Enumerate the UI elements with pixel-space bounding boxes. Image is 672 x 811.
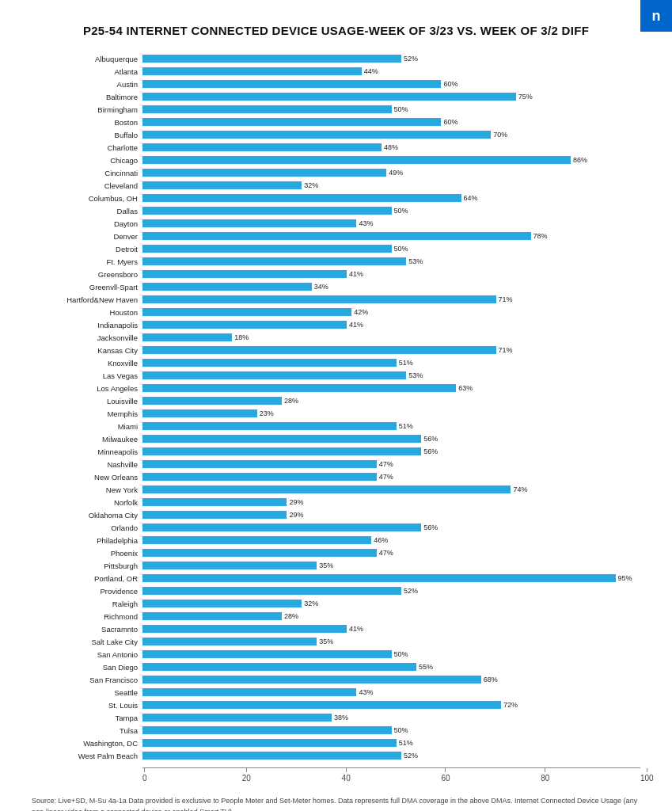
bar [142,308,351,316]
bar-container: 48% [142,143,640,151]
bar-row: Sacramnto41% [32,623,640,634]
city-label: Kansas City [32,346,142,355]
city-label: Nashville [32,460,142,469]
x-tick: 80 [541,768,549,782]
bar [142,447,421,455]
bar [142,524,421,531]
bar-value-label: 56% [423,447,438,455]
bar-value-label: 53% [408,257,423,265]
bar [142,295,496,303]
bar-value-label: 52% [404,55,418,63]
bar-container: 23% [142,409,640,417]
bar [142,688,356,696]
bar-container: 86% [142,156,640,164]
bar [142,181,302,189]
bar-container: 53% [142,371,640,379]
x-tick-label: 80 [541,774,549,782]
city-label: Orlando [32,524,142,532]
bar-container: 49% [142,169,640,177]
bar-row: Knoxville51% [32,357,640,368]
bar [142,638,317,645]
bar-row: Indianapolis41% [32,319,640,330]
bar-container: 95% [142,574,640,582]
bar-value-label: 50% [394,650,408,658]
city-label: Austin [32,80,142,89]
city-label: Cincinnati [32,169,142,177]
bar-container: 47% [142,460,640,468]
x-tick: 40 [342,768,351,782]
bar [142,574,616,582]
bar [142,625,347,633]
x-tick: 0 [142,768,147,782]
main-container: P25-54 INTERNET CONNECTED DEVICE USAGE-W… [0,0,672,811]
bar [142,359,397,367]
bar-row: West Palm Beach52% [32,750,640,761]
bar [142,270,347,278]
x-tick-label: 20 [242,774,251,782]
bar-row: Detroit50% [32,243,640,254]
bar-value-label: 32% [304,181,318,189]
bar-value-label: 95% [618,574,632,582]
bar-row: Richmond28% [32,611,640,622]
bar [142,612,282,620]
bar-value-label: 72% [503,701,518,709]
city-label: Oklahoma City [32,511,142,520]
bar-row: Houston42% [32,307,640,318]
bar-value-label: 68% [484,676,498,683]
x-tick-line [246,768,247,772]
city-label: Dallas [32,207,142,215]
bar [142,752,401,760]
x-tick: 20 [242,768,251,782]
bar [142,321,347,329]
city-label: Hartford&New Haven [32,295,142,304]
city-label: Charlotte [32,143,142,152]
bar-row: Austin60% [32,78,640,89]
bar-row: Hartford&New Haven71% [32,294,640,305]
bar-container: 28% [142,397,640,405]
bar [142,257,406,265]
x-tick: 60 [441,768,450,782]
bar-container: 72% [142,701,640,709]
city-label: Greenvll-Spart [32,283,142,291]
bar-row: Nashville47% [32,459,640,470]
city-label: Boston [32,118,142,127]
bar [142,676,481,683]
city-label: Detroit [32,245,142,253]
bar-container: 38% [142,714,640,722]
city-label: Phoenix [32,549,142,558]
city-label: Columbus, OH [32,194,142,203]
bar-row: Orlando56% [32,522,640,533]
bar [142,55,401,63]
bar-row: Greensboro41% [32,268,640,280]
bar [142,726,392,734]
bar [142,232,531,240]
bar-container: 56% [142,447,640,455]
bar [142,219,356,227]
city-label: Seattle [32,688,142,697]
bar-container: 18% [142,333,640,341]
x-tick-line [545,768,545,772]
bar-value-label: 64% [464,194,478,202]
city-label: Miami [32,422,142,431]
bar [142,511,287,519]
bar-row: Greenvll-Spart34% [32,281,640,292]
bar [142,422,397,430]
bar-value-label: 86% [573,156,587,164]
bar [142,435,421,443]
city-label: New Orleans [32,473,142,482]
city-label: Salt Lake City [32,638,142,646]
bar-value-label: 41% [349,625,363,633]
city-label: Chicago [32,156,142,165]
city-label: Washington, DC [32,739,142,748]
bar [142,384,456,392]
bar-value-label: 50% [394,105,408,113]
city-label: Ft. Myers [32,257,142,266]
bar-container: 70% [142,131,640,139]
bar-container: 28% [142,612,640,620]
bar-container: 47% [142,549,640,557]
bar-row: Seattle43% [32,687,640,698]
bar-row: Las Vegas53% [32,370,640,381]
bar-value-label: 49% [389,169,403,177]
bar [142,536,371,544]
city-label: Sacramnto [32,625,142,634]
